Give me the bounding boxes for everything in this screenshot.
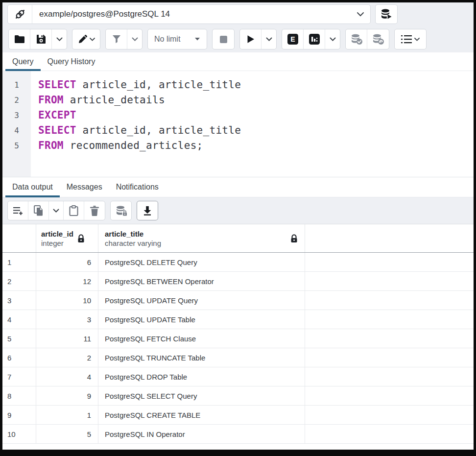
row-number-cell[interactable]: 9 [2,406,36,424]
sql-code-area[interactable]: SELECT article_id, article_title FROM ar… [31,71,474,177]
row-number-cell[interactable]: 8 [2,386,36,405]
row-number-cell[interactable]: 10 [2,425,36,443]
column-header-article-id[interactable]: article_id integer [36,224,98,252]
stop-button[interactable] [213,29,234,49]
table-row[interactable]: 5 11 PostgreSQL FETCH Clause [2,329,474,348]
connection-icon [8,5,32,24]
column-lock-icon [77,234,85,243]
article-id-cell[interactable]: 5 [36,425,98,443]
article-title-cell[interactable]: PostgreSQL TRUNCATE Table [98,348,305,367]
connection-dropdown[interactable]: example/postgres@PostgreSQL 14 [7,4,371,24]
save-options-chevron[interactable] [52,29,67,49]
tab-query[interactable]: Query [5,52,41,71]
article-title-cell[interactable]: PostgreSQL UPDATE Query [98,291,305,310]
copy-options-chevron[interactable] [49,201,64,220]
table-row[interactable]: 4 3 PostgreSQL UPDATE Table [2,310,474,329]
commit-button[interactable] [346,29,367,49]
article-title-cell[interactable]: PostgreSQL DROP Table [98,367,305,386]
explain-analyze-button[interactable] [304,29,325,49]
article-title-cell[interactable]: PostgreSQL BETWEEN Operator [98,272,305,290]
tab-query-label: Query [12,57,34,66]
query-tool-window: example/postgres@PostgreSQL 14 [2,2,474,450]
line-number-gutter: 12345 [2,71,31,177]
paste-button[interactable] [64,201,84,220]
row-number-cell[interactable]: 7 [2,367,36,386]
article-id-cell[interactable]: 10 [36,291,98,310]
macros-chevron-icon [414,38,420,41]
save-data-button[interactable] [111,201,131,220]
sql-text: article_details [64,94,165,106]
delete-rows-button[interactable] [84,201,105,220]
download-button[interactable] [137,201,158,220]
chevron-down-icon [351,12,370,17]
result-grid-toolbar [2,197,474,224]
sql-line: FROM recommended_articles; [38,138,474,153]
article-title-cell[interactable]: PostgreSQL IN Operator [98,425,305,443]
tab-messages[interactable]: Messages [60,177,109,197]
table-row[interactable]: 8 9 PostgreSQL SELECT Query [2,386,474,406]
column-type: character varying [105,239,161,248]
line-number: 4 [2,123,31,138]
execute-button-group [239,29,277,49]
sql-line: SELECT article_id, article_title [38,123,474,138]
article-title-cell[interactable]: PostgreSQL SELECT Query [98,386,305,405]
table-row[interactable]: 1 6 PostgreSQL DELETE Query [2,253,474,272]
article-id-cell[interactable]: 6 [36,253,98,271]
row-limit-select[interactable]: No limit [147,29,207,49]
copy-button[interactable] [28,201,49,220]
article-id-cell[interactable]: 1 [36,406,98,424]
explain-button[interactable]: E [282,29,304,49]
execute-button[interactable] [240,29,262,49]
open-file-button[interactable] [9,29,30,49]
table-row[interactable]: 2 12 PostgreSQL BETWEEN Operator [2,272,474,291]
row-number-cell[interactable]: 4 [2,310,36,329]
filter-button[interactable] [106,29,127,49]
execute-options-chevron[interactable] [262,29,276,49]
article-title-cell[interactable]: PostgreSQL DELETE Query [98,253,305,271]
tab-data-output[interactable]: Data output [5,177,60,197]
row-number-cell[interactable]: 6 [2,348,36,367]
sql-keyword: FROM [38,140,64,151]
article-title-cell[interactable]: PostgreSQL UPDATE Table [98,310,305,329]
article-id-cell[interactable]: 4 [36,367,98,386]
new-connection-icon [380,8,393,20]
table-row[interactable]: 3 10 PostgreSQL UPDATE Query [2,291,474,310]
sql-line: SELECT article_id, article_title [38,77,474,93]
article-id-cell[interactable]: 9 [36,386,98,405]
sql-text: recommended_articles; [64,140,203,151]
article-title-cell[interactable]: PostgreSQL FETCH Clause [98,329,305,348]
table-row[interactable]: 6 2 PostgreSQL TRUNCATE Table [2,348,474,367]
article-id-cell[interactable]: 2 [36,348,98,367]
edit-button[interactable] [72,29,100,49]
new-connection-button[interactable] [375,4,398,24]
table-row[interactable]: 10 5 PostgreSQL IN Operator [2,425,474,444]
stop-button-group [212,29,235,49]
article-id-cell[interactable]: 12 [36,272,98,290]
article-title-cell[interactable]: PostgreSQL CREATE TABLE [98,406,305,424]
table-row[interactable]: 9 1 PostgreSQL CREATE TABLE [2,406,474,425]
sql-keyword: FROM [38,94,64,106]
add-row-button[interactable] [8,201,28,220]
tab-notifications-label: Notifications [116,183,159,192]
rollback-button[interactable] [367,29,389,49]
table-row[interactable]: 7 4 PostgreSQL DROP Table [2,367,474,386]
tab-query-history[interactable]: Query History [41,52,102,71]
macros-button[interactable] [395,29,426,49]
row-number-cell[interactable]: 3 [2,291,36,310]
save-file-button[interactable] [30,29,52,49]
article-id-cell[interactable]: 3 [36,310,98,329]
row-number-header[interactable] [2,224,36,252]
row-number-cell[interactable]: 2 [2,272,36,290]
tab-notifications[interactable]: Notifications [109,177,166,197]
svg-text:E: E [290,35,295,43]
filter-options-chevron[interactable] [127,29,142,49]
article-id-cell[interactable]: 11 [36,329,98,348]
result-grid-header: article_id integer article_title charact… [2,224,474,253]
column-header-article-title[interactable]: article_title character varying [98,224,305,252]
transaction-button-group [345,29,389,49]
tab-query-history-label: Query History [48,57,95,66]
explain-options-chevron[interactable] [325,29,340,49]
sql-editor[interactable]: 12345 SELECT article_id, article_title F… [2,71,474,177]
row-number-cell[interactable]: 1 [2,253,36,271]
row-number-cell[interactable]: 5 [2,329,36,348]
